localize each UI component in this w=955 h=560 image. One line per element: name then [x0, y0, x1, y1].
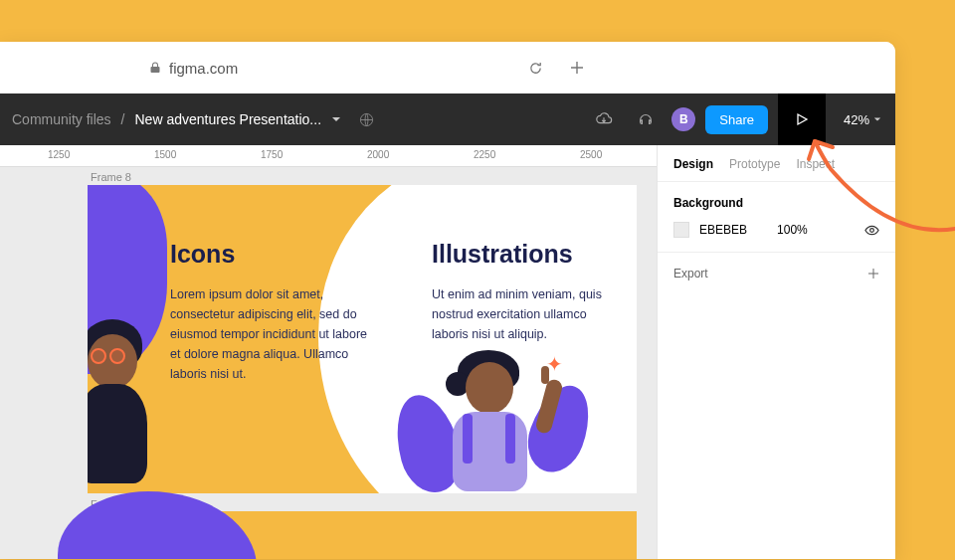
color-swatch[interactable]: [673, 222, 689, 238]
url-display[interactable]: figma.com: [149, 60, 238, 77]
background-section: Background EBEBEB 100%: [658, 182, 895, 253]
globe-icon[interactable]: [359, 112, 374, 127]
chevron-down-icon: [873, 115, 881, 123]
browser-address-bar: figma.com: [0, 42, 895, 93]
properties-panel: Design Prototype Inspect Background EBEB…: [657, 145, 895, 559]
frame-label[interactable]: Frame 8: [91, 171, 131, 183]
present-button[interactable]: [778, 93, 826, 145]
file-name[interactable]: New adventures Presentatio...: [134, 111, 321, 127]
zoom-value: 42%: [844, 112, 869, 127]
avatar[interactable]: B: [671, 107, 695, 131]
background-row[interactable]: EBEBEB 100%: [673, 222, 879, 238]
canvas[interactable]: 1250 1500 1750 2000 2250 2500 Frame 8 Ic…: [0, 145, 657, 559]
ruler-tick: 2500: [580, 149, 602, 160]
lock-icon: [149, 62, 161, 74]
cloud-sync-icon[interactable]: [588, 103, 620, 135]
tab-prototype[interactable]: Prototype: [729, 157, 780, 171]
plus-icon[interactable]: [867, 268, 879, 280]
icons-body: Lorem ipsum dolor sit amet, consectetur …: [170, 284, 369, 384]
export-label: Export: [673, 267, 708, 280]
avatar-initial: B: [679, 112, 688, 126]
zoom-control[interactable]: 42%: [836, 112, 889, 127]
headphones-icon[interactable]: [630, 103, 662, 135]
butterfly-icon: ✦: [546, 352, 563, 376]
illustration-person-1: [88, 314, 177, 493]
purple-blob: [58, 491, 257, 559]
ruler-tick: 2000: [367, 149, 389, 160]
share-button[interactable]: Share: [705, 105, 768, 134]
horizontal-ruler: 1250 1500 1750 2000 2250 2500: [0, 145, 657, 167]
background-heading: Background: [673, 196, 879, 210]
main-area: 1250 1500 1750 2000 2250 2500 Frame 8 Ic…: [0, 145, 895, 559]
illustrations-body: Ut enim ad minim veniam, quis nostrud ex…: [432, 284, 611, 344]
toolbar-right: B Share 42%: [588, 93, 889, 145]
browser-window: figma.com Community files / New adventur…: [0, 42, 895, 559]
play-icon: [795, 112, 809, 126]
visibility-icon[interactable]: [864, 223, 879, 238]
frame-8[interactable]: Icons Lorem ipsum dolor sit amet, consec…: [88, 185, 637, 493]
ruler-tick: 1500: [154, 149, 176, 160]
panel-tabs: Design Prototype Inspect: [658, 145, 895, 182]
reload-icon[interactable]: [528, 61, 543, 76]
breadcrumb-separator: /: [121, 111, 125, 127]
new-tab-icon[interactable]: [569, 60, 585, 76]
frame-10[interactable]: [88, 511, 637, 559]
export-section: Export: [658, 253, 895, 294]
ruler-tick: 1750: [261, 149, 283, 160]
icons-heading: Icons: [170, 240, 235, 269]
breadcrumb: Community files / New adventures Present…: [12, 111, 578, 127]
tab-inspect[interactable]: Inspect: [796, 157, 835, 171]
tab-design[interactable]: Design: [673, 157, 713, 171]
ruler-tick: 1250: [48, 149, 70, 160]
illustrations-heading: Illustrations: [432, 240, 573, 269]
ruler-tick: 2250: [474, 149, 495, 160]
color-hex[interactable]: EBEBEB: [699, 223, 747, 237]
illustration-person-2: ✦: [418, 344, 577, 493]
svg-point-1: [870, 228, 874, 232]
url-text: figma.com: [169, 60, 238, 77]
breadcrumb-root[interactable]: Community files: [12, 111, 111, 127]
figma-toolbar: Community files / New adventures Present…: [0, 93, 895, 145]
color-opacity[interactable]: 100%: [777, 223, 808, 237]
chevron-down-icon[interactable]: [331, 114, 341, 124]
